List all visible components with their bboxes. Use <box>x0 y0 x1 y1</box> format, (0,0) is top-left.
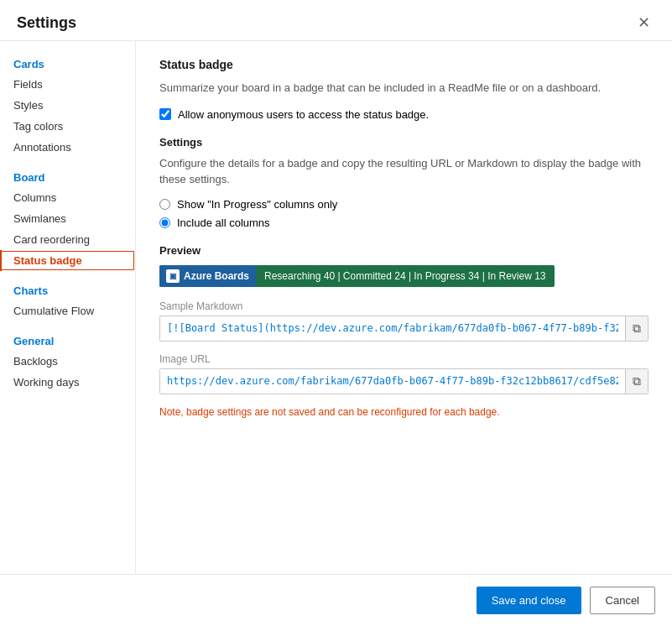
sidebar-section-cards[interactable]: Cards <box>0 51 135 74</box>
image-url-input-row: ⧉ <box>159 368 649 394</box>
radio-all-columns-label: Include all columns <box>177 216 270 229</box>
dialog-header: Settings ✕ <box>0 0 672 41</box>
anonymous-access-label: Allow anonymous users to access the stat… <box>178 108 429 121</box>
sidebar-item-styles[interactable]: Styles <box>0 95 135 116</box>
sample-markdown-label: Sample Markdown <box>159 300 649 312</box>
sidebar-item-working-days[interactable]: Working days <box>0 372 135 393</box>
sample-markdown-group: Sample Markdown ⧉ <box>159 300 649 342</box>
image-url-input[interactable] <box>160 370 625 392</box>
sidebar-item-swimlanes[interactable]: Swimlanes <box>0 208 135 229</box>
section-title: Status badge <box>159 58 649 71</box>
badge-status-text: Researching 40 | Committed 24 | In Progr… <box>256 266 555 286</box>
sidebar-item-backlogs[interactable]: Backlogs <box>0 351 135 372</box>
sidebar: Cards Fields Styles Tag colors Annotatio… <box>0 41 136 574</box>
settings-dialog: Settings ✕ Cards Fields Styles Tag color… <box>0 0 672 626</box>
dialog-footer: Save and close Cancel <box>0 574 672 626</box>
anonymous-access-checkbox[interactable] <box>159 108 171 120</box>
badge-logo: ▣ Azure Boards <box>159 265 256 287</box>
radio-in-progress[interactable] <box>159 199 170 210</box>
column-radio-group: Show "In Progress" columns only Include … <box>159 198 649 229</box>
badge-logo-text: Azure Boards <box>184 270 249 282</box>
sidebar-item-status-badge[interactable]: Status badge <box>0 250 135 271</box>
preview-heading: Preview <box>159 244 649 257</box>
save-and-close-button[interactable]: Save and close <box>477 587 581 614</box>
settings-description: Configure the details for a badge and co… <box>159 155 649 188</box>
copy-url-button[interactable]: ⧉ <box>625 369 648 394</box>
sidebar-item-annotations[interactable]: Annotations <box>0 137 135 158</box>
sample-markdown-input[interactable] <box>160 317 625 339</box>
dialog-body: Cards Fields Styles Tag colors Annotatio… <box>0 41 672 574</box>
cancel-button[interactable]: Cancel <box>590 587 655 614</box>
note-text: Note, badge settings are not saved and c… <box>159 406 649 418</box>
copy-markdown-button[interactable]: ⧉ <box>625 316 648 341</box>
radio-in-progress-row: Show "In Progress" columns only <box>159 198 649 211</box>
anonymous-access-row: Allow anonymous users to access the stat… <box>159 108 649 121</box>
sidebar-item-cumulative-flow[interactable]: Cumulative Flow <box>0 300 135 321</box>
sidebar-section-charts[interactable]: Charts <box>0 278 135 300</box>
dialog-title: Settings <box>17 14 76 32</box>
sidebar-item-fields[interactable]: Fields <box>0 74 135 95</box>
description-text: Summarize your board in a badge that can… <box>159 80 649 97</box>
sidebar-section-board[interactable]: Board <box>0 164 135 187</box>
settings-heading: Settings <box>159 136 649 149</box>
sample-markdown-input-row: ⧉ <box>159 316 649 342</box>
radio-all-columns-row: Include all columns <box>159 216 649 229</box>
main-content: Status badge Summarize your board in a b… <box>136 41 672 574</box>
image-url-group: Image URL ⧉ <box>159 353 649 394</box>
badge-preview: ▣ Azure Boards Researching 40 | Committe… <box>159 265 555 287</box>
radio-in-progress-label: Show "In Progress" columns only <box>177 198 337 211</box>
close-button[interactable]: ✕ <box>633 13 655 32</box>
sidebar-item-card-reordering[interactable]: Card reordering <box>0 229 135 250</box>
sidebar-item-tag-colors[interactable]: Tag colors <box>0 116 135 137</box>
azure-boards-icon: ▣ <box>166 269 180 283</box>
image-url-label: Image URL <box>159 353 649 365</box>
sidebar-item-columns[interactable]: Columns <box>0 187 135 208</box>
radio-all-columns[interactable] <box>159 217 170 228</box>
sidebar-section-general[interactable]: General <box>0 328 135 351</box>
